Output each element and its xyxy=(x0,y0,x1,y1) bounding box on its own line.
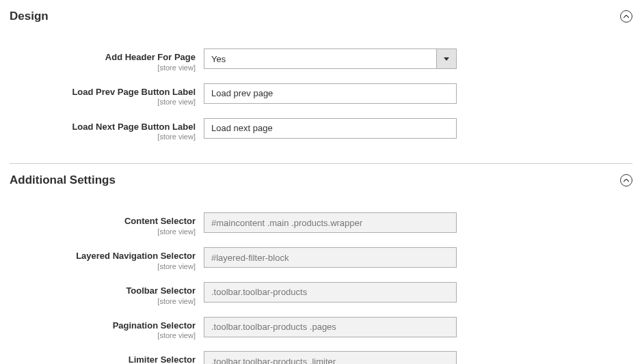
next-label-label: Load Next Page Button Label xyxy=(10,122,196,132)
design-section-title: Design xyxy=(10,10,49,23)
prev-label-label: Load Prev Page Button Label xyxy=(10,87,196,98)
scope-label: [store view] xyxy=(10,132,196,141)
design-collapse-button[interactable] xyxy=(620,10,632,23)
scope-label: [store view] xyxy=(10,227,196,236)
field-content-selector: Content Selector [store view] xyxy=(10,212,632,236)
field-prev-label: Load Prev Page Button Label [store view] xyxy=(10,83,632,107)
control-col xyxy=(204,118,457,139)
design-section-header[interactable]: Design xyxy=(0,0,642,33)
additional-section-title: Additional Settings xyxy=(10,173,116,187)
control-col xyxy=(204,83,457,104)
caret-down-icon xyxy=(444,57,449,61)
label-col: Load Next Page Button Label [store view] xyxy=(10,118,204,142)
label-col: Toolbar Selector [store view] xyxy=(10,282,204,306)
control-col xyxy=(204,282,457,303)
control-col xyxy=(204,317,457,337)
prev-label-input[interactable] xyxy=(204,83,457,104)
control-col: Yes xyxy=(204,48,457,69)
toolbar-selector-input xyxy=(204,282,457,303)
pagination-selector-label: Pagination Selector xyxy=(10,320,196,331)
field-pagination-selector: Pagination Selector [store view] xyxy=(10,317,632,341)
scope-label: [store view] xyxy=(10,331,196,340)
additional-section-header[interactable]: Additional Settings xyxy=(0,164,642,197)
field-toolbar-selector: Toolbar Selector [store view] xyxy=(10,282,632,306)
chevron-up-icon xyxy=(624,15,629,18)
label-col: Content Selector [store view] xyxy=(10,212,204,236)
label-col: Add Header For Page [store view] xyxy=(10,48,204,72)
toolbar-selector-label: Toolbar Selector xyxy=(10,285,196,296)
field-limiter-selector: Limiter Selector [store view] xyxy=(10,351,632,364)
select-dropdown-button[interactable] xyxy=(436,48,457,69)
scope-label: [store view] xyxy=(10,297,196,306)
label-col: Limiter Selector [store view] xyxy=(10,351,204,364)
field-layered-nav-selector: Layered Navigation Selector [store view] xyxy=(10,247,632,271)
scope-label: [store view] xyxy=(10,98,196,107)
label-col: Pagination Selector [store view] xyxy=(10,317,204,341)
design-section-body: Add Header For Page [store view] Yes Loa… xyxy=(0,33,642,156)
additional-section-body: Content Selector [store view] Layered Na… xyxy=(0,197,642,364)
scope-label: [store view] xyxy=(10,262,196,271)
control-col xyxy=(204,212,457,233)
pagination-selector-input xyxy=(204,317,457,337)
content-selector-label: Content Selector xyxy=(10,216,196,227)
limiter-selector-label: Limiter Selector xyxy=(10,354,196,364)
field-next-label: Load Next Page Button Label [store view] xyxy=(10,118,632,142)
select-value: Yes xyxy=(204,48,436,69)
scope-label: [store view] xyxy=(10,64,196,72)
content-selector-input xyxy=(204,212,457,233)
chevron-up-icon xyxy=(624,179,629,182)
layered-nav-selector-label: Layered Navigation Selector xyxy=(10,251,196,262)
label-col: Load Prev Page Button Label [store view] xyxy=(10,83,204,107)
field-add-header: Add Header For Page [store view] Yes xyxy=(10,48,632,72)
add-header-label: Add Header For Page xyxy=(10,52,196,63)
layered-nav-selector-input xyxy=(204,247,457,268)
label-col: Layered Navigation Selector [store view] xyxy=(10,247,204,271)
control-col xyxy=(204,247,457,268)
add-header-select[interactable]: Yes xyxy=(204,48,457,69)
next-label-input[interactable] xyxy=(204,118,457,139)
control-col xyxy=(204,351,457,364)
additional-collapse-button[interactable] xyxy=(620,174,632,186)
limiter-selector-input xyxy=(204,351,457,364)
